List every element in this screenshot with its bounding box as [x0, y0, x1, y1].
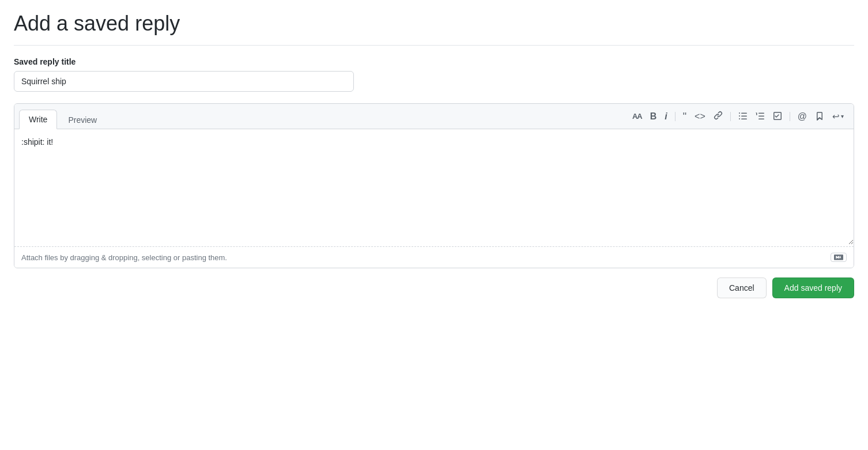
- tabs-area: Write Preview: [14, 104, 108, 129]
- toolbar-separator-1: [675, 112, 675, 121]
- editor-footer: Attach files by dragging & dropping, sel…: [14, 246, 854, 268]
- reply-icon: ↩: [832, 112, 840, 121]
- toolbar-task-list-button[interactable]: [770, 109, 785, 124]
- unordered-list-icon: [738, 111, 748, 122]
- editor-textarea[interactable]: :shipit: it!: [14, 129, 854, 245]
- submit-button[interactable]: Add saved reply: [772, 278, 854, 298]
- toolbar-quote-button[interactable]: ": [680, 109, 689, 124]
- editor-body: :shipit: it!: [14, 129, 854, 246]
- title-label: Saved reply title: [14, 57, 854, 66]
- bookmark-icon: [815, 111, 824, 122]
- form-section: Saved reply title Write Preview AA B: [14, 57, 854, 310]
- toolbar-unordered-list-button[interactable]: [735, 109, 750, 124]
- cancel-button[interactable]: Cancel: [717, 278, 767, 298]
- toolbar-ordered-list-button[interactable]: [753, 109, 768, 124]
- editor-header: Write Preview AA B i ": [14, 104, 854, 129]
- quote-icon: ": [683, 111, 686, 122]
- toolbar-separator-3: [790, 112, 790, 121]
- toolbar-code-button[interactable]: <>: [692, 110, 708, 123]
- italic-icon: i: [665, 112, 667, 121]
- markdown-icon: [831, 253, 847, 262]
- toolbar-reply-button[interactable]: ↩ ▾: [829, 110, 847, 123]
- toolbar-bold-button[interactable]: B: [647, 110, 660, 123]
- title-field-group: Saved reply title: [14, 57, 854, 92]
- task-list-icon: [773, 111, 782, 122]
- tab-write[interactable]: Write: [19, 110, 57, 129]
- title-input[interactable]: [14, 71, 354, 92]
- bold-icon: B: [650, 112, 657, 121]
- toolbar-reference-button[interactable]: [812, 109, 827, 124]
- toolbar-text-size-button[interactable]: AA: [629, 110, 645, 122]
- link-icon: [714, 111, 723, 122]
- text-size-icon: AA: [632, 112, 642, 120]
- reply-dropdown-arrow: ▾: [841, 114, 844, 119]
- toolbar-icons: AA B i " <>: [622, 104, 854, 129]
- attach-text: Attach files by dragging & dropping, sel…: [21, 253, 227, 262]
- tab-preview[interactable]: Preview: [58, 110, 107, 129]
- ordered-list-icon: [756, 111, 765, 122]
- mention-icon: @: [798, 112, 807, 121]
- page-title: Add a saved reply: [14, 12, 854, 46]
- code-icon: <>: [695, 112, 705, 121]
- toolbar-mention-button[interactable]: @: [795, 110, 810, 123]
- toolbar-italic-button[interactable]: i: [662, 110, 670, 123]
- action-buttons: Cancel Add saved reply: [14, 278, 854, 310]
- toolbar-separator-2: [730, 112, 731, 121]
- toolbar-link-button[interactable]: [711, 108, 726, 124]
- editor-container: Write Preview AA B i ": [14, 103, 854, 268]
